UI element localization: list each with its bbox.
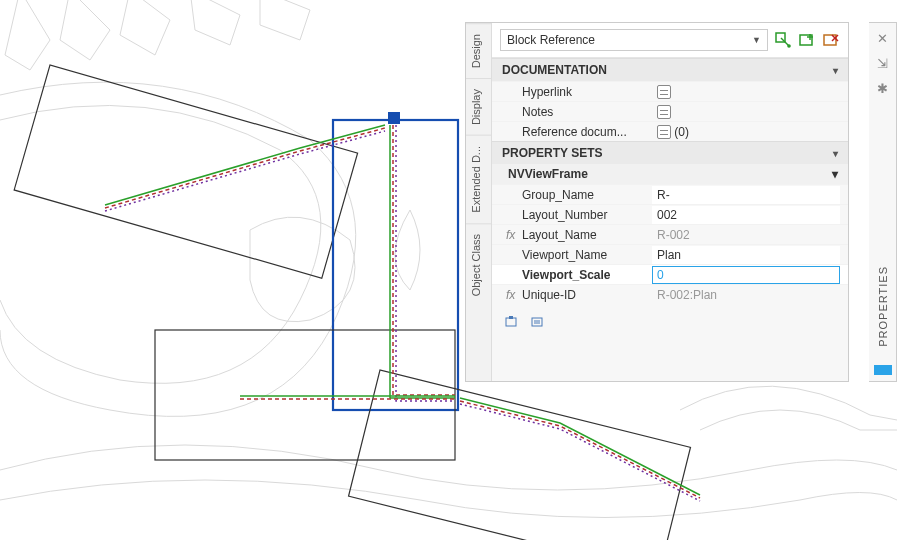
remove-property-set-icon[interactable] (822, 31, 840, 49)
gear-icon[interactable]: ✱ (877, 81, 888, 96)
panel-topbar: Block Reference ▼ (492, 23, 848, 58)
prop-label: Group_Name (522, 188, 652, 202)
section-propertysets-header[interactable]: PROPERTY SETS ▾ (492, 141, 848, 164)
prop-value: R-002 (652, 226, 840, 244)
collapse-icon: ▾ (832, 167, 838, 181)
grid-icon (657, 85, 671, 99)
fx-icon: fx (506, 288, 522, 302)
section-documentation-header[interactable]: DOCUMENTATION ▾ (492, 58, 848, 81)
tab-extended-data[interactable]: Extended D... (466, 135, 491, 223)
prop-unique-id: fx Unique-ID R-002:Plan (492, 284, 848, 304)
root: ✕ ⇲ ✱ PROPERTIES Design Display Extended… (0, 0, 897, 540)
fx-icon: fx (506, 228, 522, 242)
tab-display[interactable]: Display (466, 78, 491, 135)
refdoc-count: (0) (674, 125, 689, 139)
svg-rect-0 (14, 65, 357, 278)
prop-group-name[interactable]: Group_Name R- (492, 184, 848, 204)
selection-grip (388, 112, 400, 124)
tab-object-class[interactable]: Object Class (466, 223, 491, 306)
prop-layout-name: fx Layout_Name R-002 (492, 224, 848, 244)
gutter-title: PROPERTIES (877, 266, 889, 347)
panel-body: Block Reference ▼ DOCUMENTAT (492, 23, 848, 381)
prop-label: Unique-ID (522, 288, 652, 302)
doc-label: Hyperlink (522, 85, 652, 99)
tool-icon-2[interactable] (530, 314, 546, 330)
prop-viewport-name[interactable]: Viewport_Name Plan (492, 244, 848, 264)
pin-icon[interactable]: ⇲ (877, 56, 888, 71)
properties-gutter: ✕ ⇲ ✱ PROPERTIES (869, 22, 897, 382)
vertical-tabs: Design Display Extended D... Object Clas… (466, 23, 492, 381)
doc-label: Reference docum... (522, 125, 652, 139)
doc-label: Notes (522, 105, 652, 119)
prop-value[interactable]: 002 (652, 206, 840, 224)
svg-rect-13 (509, 316, 513, 319)
doc-row-hyperlink[interactable]: Hyperlink (492, 81, 848, 101)
collapse-icon: ▾ (833, 65, 838, 76)
tool-icon-1[interactable] (504, 314, 520, 330)
propertyset-name: NVViewFrame (508, 167, 588, 181)
svg-point-5 (787, 44, 791, 48)
section-propertysets-title: PROPERTY SETS (502, 146, 602, 160)
section-documentation-title: DOCUMENTATION (502, 63, 607, 77)
propertyset-name-row[interactable]: NVViewFrame ▾ (492, 164, 848, 184)
prop-label: Layout_Name (522, 228, 652, 242)
doc-row-notes[interactable]: Notes (492, 101, 848, 121)
svg-rect-12 (506, 318, 516, 326)
prop-label: Viewport_Scale (522, 268, 652, 282)
grid-icon (657, 105, 671, 119)
prop-value-editing[interactable]: 0 (652, 266, 840, 284)
selector-value: Block Reference (507, 33, 595, 47)
prop-layout-number[interactable]: Layout_Number 002 (492, 204, 848, 224)
toolbar-icons (774, 31, 840, 49)
svg-rect-14 (532, 318, 542, 326)
grid-icon (657, 125, 671, 139)
prop-value: R-002:Plan (652, 286, 840, 304)
properties-panel: Design Display Extended D... Object Clas… (465, 22, 849, 382)
gutter-highlight (874, 365, 892, 375)
quick-select-icon[interactable] (774, 31, 792, 49)
prop-label: Viewport_Name (522, 248, 652, 262)
close-icon[interactable]: ✕ (877, 31, 888, 46)
chevron-down-icon: ▼ (752, 35, 761, 45)
tab-design[interactable]: Design (466, 23, 491, 78)
panel-bottom-tools (492, 304, 848, 340)
prop-value[interactable]: R- (652, 186, 840, 204)
object-type-selector[interactable]: Block Reference ▼ (500, 29, 768, 51)
prop-label: Layout_Number (522, 208, 652, 222)
doc-row-refdoc[interactable]: Reference docum... (0) (492, 121, 848, 141)
prop-viewport-scale[interactable]: Viewport_Scale 0 (492, 264, 848, 284)
add-property-set-icon[interactable] (798, 31, 816, 49)
collapse-icon: ▾ (833, 148, 838, 159)
prop-value[interactable]: Plan (652, 246, 840, 264)
